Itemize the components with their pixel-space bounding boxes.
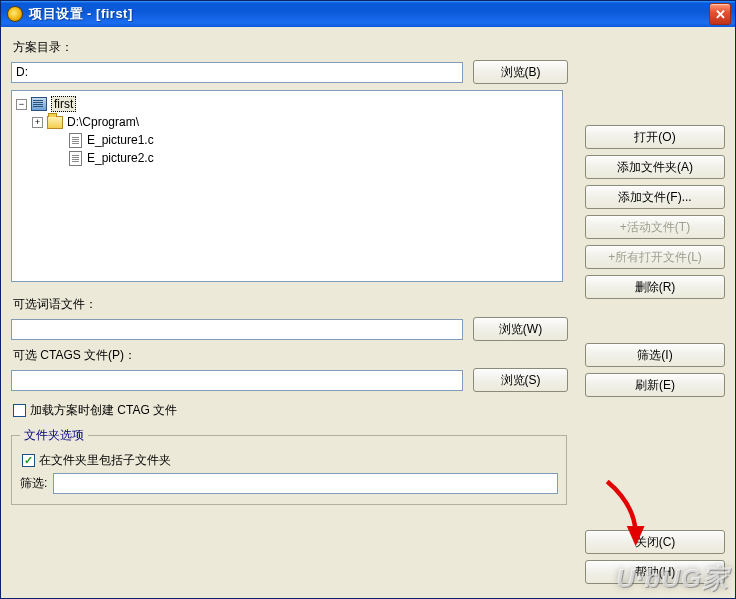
project-tree[interactable]: − first + D:\Cprogram\ E_picture1.c — [11, 90, 563, 282]
tree-folder-label: D:\Cprogram\ — [67, 115, 139, 129]
tree-file-row[interactable]: E_picture2.c — [14, 149, 560, 167]
add-folder-button[interactable]: 添加文件夹(A) — [585, 155, 725, 179]
file-icon — [69, 151, 82, 166]
tree-root-label: first — [51, 96, 76, 112]
remove-button[interactable]: 删除(R) — [585, 275, 725, 299]
add-all-open-button: +所有打开文件(L) — [585, 245, 725, 269]
browse-directory-button[interactable]: 浏览(B) — [473, 60, 568, 84]
titlebar: 项目设置 - [first] ✕ — [1, 1, 735, 27]
tree-root-row[interactable]: − first — [14, 95, 560, 113]
window-title: 项目设置 - [first] — [29, 5, 709, 23]
tree-folder-row[interactable]: + D:\Cprogram\ — [14, 113, 560, 131]
filter-input[interactable] — [53, 473, 558, 494]
expand-icon[interactable]: + — [32, 117, 43, 128]
open-button[interactable]: 打开(O) — [585, 125, 725, 149]
filter-label: 筛选: — [20, 475, 47, 492]
close-button[interactable]: 关闭(C) — [585, 530, 725, 554]
collapse-icon[interactable]: − — [16, 99, 27, 110]
create-ctag-label: 加载方案时创建 CTAG 文件 — [30, 402, 177, 419]
folder-icon — [47, 116, 63, 129]
wordfile-input[interactable] — [11, 319, 463, 340]
file-icon — [69, 133, 82, 148]
project-icon — [31, 97, 47, 111]
app-icon — [7, 6, 23, 22]
spacer — [54, 135, 65, 146]
tree-file-label: E_picture2.c — [87, 151, 154, 165]
browse-ctagsfile-button[interactable]: 浏览(S) — [473, 368, 568, 392]
filter-button[interactable]: 筛选(I) — [585, 343, 725, 367]
refresh-button[interactable]: 刷新(E) — [585, 373, 725, 397]
close-icon[interactable]: ✕ — [709, 3, 731, 25]
create-ctag-checkbox[interactable] — [13, 404, 26, 417]
directory-input[interactable] — [11, 62, 463, 83]
tree-file-label: E_picture1.c — [87, 133, 154, 147]
directory-label: 方案目录： — [13, 39, 725, 56]
add-file-button[interactable]: 添加文件(F)... — [585, 185, 725, 209]
tree-file-row[interactable]: E_picture1.c — [14, 131, 560, 149]
ctagsfile-input[interactable] — [11, 370, 463, 391]
folder-options-group: 文件夹选项 ✓ 在文件夹里包括子文件夹 筛选: — [11, 427, 567, 505]
folder-options-legend: 文件夹选项 — [20, 427, 88, 444]
watermark: U·bUG家 — [616, 561, 729, 596]
include-subfolders-checkbox[interactable]: ✓ — [22, 454, 35, 467]
browse-wordfile-button[interactable]: 浏览(W) — [473, 317, 568, 341]
spacer — [54, 153, 65, 164]
include-subfolders-label: 在文件夹里包括子文件夹 — [39, 452, 171, 469]
add-active-file-button: +活动文件(T) — [585, 215, 725, 239]
